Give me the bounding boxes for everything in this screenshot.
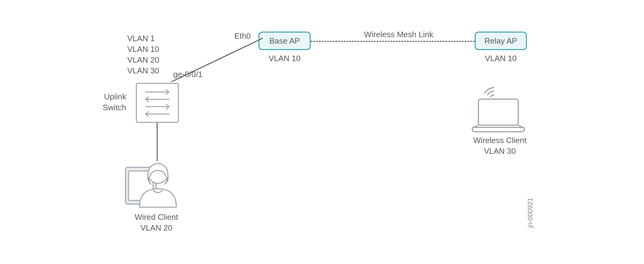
vlan-list-label: VLAN 1 VLAN 10 VLAN 20 VLAN 30: [127, 33, 159, 76]
switch-to-ap-line: [171, 38, 263, 82]
eth0-label: Eth0: [234, 31, 251, 41]
wired-client-icon: [121, 158, 182, 210]
svg-rect-7: [478, 99, 518, 125]
diagram-id: jn-000921: [526, 198, 534, 228]
base-ap-text: Base AP: [269, 36, 300, 46]
switch-to-client-line: [157, 123, 158, 161]
uplink-switch-icon: [136, 83, 179, 123]
relay-ap-vlan-label: VLAN 10: [475, 53, 527, 64]
mesh-link-line: [311, 41, 475, 42]
relay-ap-node: Relay AP: [475, 32, 527, 50]
wired-client-label: Wired Client VLAN 20: [117, 212, 196, 233]
relay-ap-text: Relay AP: [485, 36, 517, 46]
wireless-client-icon: [469, 84, 527, 134]
mesh-link-label: Wireless Mesh Link: [330, 29, 468, 40]
base-ap-vlan-label: VLAN 10: [259, 53, 311, 64]
base-ap-node: Base AP: [259, 32, 311, 50]
uplink-switch-label: Uplink Switch: [103, 91, 126, 113]
wireless-client-label: Wireless Client VLAN 30: [460, 135, 540, 157]
